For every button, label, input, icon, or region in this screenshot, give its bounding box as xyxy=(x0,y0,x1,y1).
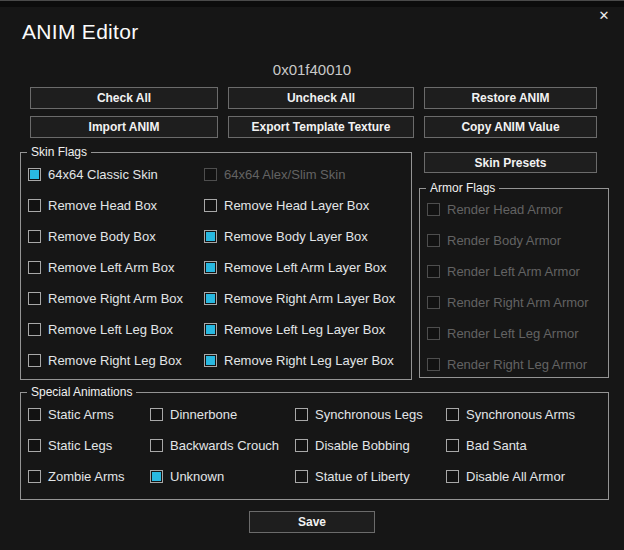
checkbox-static-legs[interactable]: Static Legs xyxy=(28,437,150,453)
checkbox-zombie-arms[interactable]: Zombie Arms xyxy=(28,468,150,484)
checkbox-label: Render Right Arm Armor xyxy=(447,295,589,310)
skin-presets-button[interactable]: Skin Presets xyxy=(424,152,597,173)
checkbox-disable-bobbing[interactable]: Disable Bobbing xyxy=(295,437,446,453)
checkbox-label: 64x64 Classic Skin xyxy=(48,167,158,182)
checkbox-remove-head-layer-box[interactable]: Remove Head Layer Box xyxy=(204,197,405,213)
checkbox-render-right-arm-armor: Render Right Arm Armor xyxy=(427,294,602,310)
checkbox-label: 64x64 Alex/Slim Skin xyxy=(224,167,345,182)
copy-anim-value-button[interactable]: Copy ANIM Value xyxy=(424,116,597,138)
close-icon[interactable]: ✕ xyxy=(594,6,614,26)
checkbox-label: Dinnerbone xyxy=(170,407,237,422)
special-animations-group-title: Special Animations xyxy=(27,385,136,399)
checkbox-label: Remove Right Leg Box xyxy=(48,353,182,368)
special-animations-group: Special Animations Static Arms Dinnerbon… xyxy=(20,392,609,500)
checkbox-box-icon xyxy=(427,358,440,371)
save-button[interactable]: Save xyxy=(249,511,375,533)
check-all-button[interactable]: Check All xyxy=(30,87,218,109)
checkbox-box-icon xyxy=(28,261,41,274)
checkbox-box-icon xyxy=(204,168,217,181)
checkbox-box-icon xyxy=(28,230,41,243)
skin-flags-group-title: Skin Flags xyxy=(27,145,91,159)
checkbox-remove-right-leg-layer-box[interactable]: Remove Right Leg Layer Box xyxy=(204,352,405,368)
checkbox-disable-all-armor[interactable]: Disable All Armor xyxy=(446,468,602,484)
checkbox-box-icon xyxy=(446,408,459,421)
window-top-edge xyxy=(0,0,624,7)
checkbox-label: Render Left Arm Armor xyxy=(447,264,580,279)
checkbox-box-icon xyxy=(150,470,163,483)
checkbox-box-icon xyxy=(204,261,217,274)
checkbox-synchronous-legs[interactable]: Synchronous Legs xyxy=(295,406,446,422)
checkbox-box-icon xyxy=(28,439,41,452)
checkbox-64x64-alex-slim-skin[interactable]: 64x64 Alex/Slim Skin xyxy=(204,166,405,182)
checkbox-render-left-arm-armor: Render Left Arm Armor xyxy=(427,263,602,279)
checkbox-label: Render Body Armor xyxy=(447,233,561,248)
checkbox-label: Remove Right Arm Box xyxy=(48,291,183,306)
checkbox-label: Bad Santa xyxy=(466,438,527,453)
checkbox-box-icon xyxy=(28,323,41,336)
checkbox-render-head-armor: Render Head Armor xyxy=(427,201,602,217)
checkbox-remove-head-box[interactable]: Remove Head Box xyxy=(28,197,204,213)
page-title: ANIM Editor xyxy=(22,20,139,44)
checkbox-render-left-leg-armor: Render Left Leg Armor xyxy=(427,325,602,341)
import-anim-button[interactable]: Import ANIM xyxy=(30,116,218,138)
checkbox-box-icon xyxy=(295,470,308,483)
checkbox-64x64-classic-skin[interactable]: 64x64 Classic Skin xyxy=(28,166,204,182)
checkbox-box-icon xyxy=(150,439,163,452)
checkbox-label: Remove Right Arm Layer Box xyxy=(224,291,395,306)
armor-flags-group-title: Armor Flags xyxy=(426,181,499,195)
checkbox-label: Zombie Arms xyxy=(48,469,125,484)
checkbox-box-icon xyxy=(204,354,217,367)
checkbox-remove-right-arm-box[interactable]: Remove Right Arm Box xyxy=(28,290,204,306)
checkbox-label: Disable All Armor xyxy=(466,469,565,484)
checkbox-box-icon xyxy=(295,408,308,421)
checkbox-box-icon xyxy=(427,265,440,278)
checkbox-box-icon xyxy=(204,323,217,336)
checkbox-remove-left-leg-layer-box[interactable]: Remove Left Leg Layer Box xyxy=(204,321,405,337)
checkbox-label: Static Arms xyxy=(48,407,114,422)
checkbox-remove-body-box[interactable]: Remove Body Box xyxy=(28,228,204,244)
checkbox-label: Synchronous Arms xyxy=(466,407,575,422)
uncheck-all-button[interactable]: Uncheck All xyxy=(228,87,414,109)
checkbox-remove-right-arm-layer-box[interactable]: Remove Right Arm Layer Box xyxy=(204,290,405,306)
checkbox-label: Static Legs xyxy=(48,438,112,453)
checkbox-label: Statue of Liberty xyxy=(315,469,410,484)
checkbox-render-body-armor: Render Body Armor xyxy=(427,232,602,248)
checkbox-label: Remove Body Layer Box xyxy=(224,229,368,244)
checkbox-label: Unknown xyxy=(170,469,224,484)
checkbox-unknown[interactable]: Unknown xyxy=(150,468,295,484)
checkbox-box-icon xyxy=(28,199,41,212)
checkbox-box-icon xyxy=(150,408,163,421)
checkbox-box-icon xyxy=(295,439,308,452)
checkbox-box-icon xyxy=(446,470,459,483)
checkbox-dinnerbone[interactable]: Dinnerbone xyxy=(150,406,295,422)
checkbox-box-icon xyxy=(427,203,440,216)
checkbox-box-icon xyxy=(427,296,440,309)
checkbox-synchronous-arms[interactable]: Synchronous Arms xyxy=(446,406,602,422)
armor-flags-group: Armor Flags Render Head Armor Render Bod… xyxy=(419,188,609,378)
anim-hex-value: 0x01f40010 xyxy=(0,61,624,78)
checkbox-remove-left-arm-box[interactable]: Remove Left Arm Box xyxy=(28,259,204,275)
checkbox-box-icon xyxy=(28,470,41,483)
checkbox-box-icon xyxy=(28,408,41,421)
checkbox-label: Render Head Armor xyxy=(447,202,563,217)
checkbox-remove-right-leg-box[interactable]: Remove Right Leg Box xyxy=(28,352,204,368)
checkbox-label: Remove Left Leg Box xyxy=(48,322,173,337)
checkbox-bad-santa[interactable]: Bad Santa xyxy=(446,437,602,453)
checkbox-label: Remove Left Leg Layer Box xyxy=(224,322,385,337)
checkbox-label: Disable Bobbing xyxy=(315,438,410,453)
checkbox-box-icon xyxy=(28,168,41,181)
checkbox-remove-left-arm-layer-box[interactable]: Remove Left Arm Layer Box xyxy=(204,259,405,275)
checkbox-remove-left-leg-box[interactable]: Remove Left Leg Box xyxy=(28,321,204,337)
checkbox-box-icon xyxy=(204,199,217,212)
checkbox-box-icon xyxy=(427,327,440,340)
checkbox-static-arms[interactable]: Static Arms xyxy=(28,406,150,422)
checkbox-render-right-leg-armor: Render Right Leg Armor xyxy=(427,356,602,372)
export-template-texture-button[interactable]: Export Template Texture xyxy=(228,116,414,138)
checkbox-statue-of-liberty[interactable]: Statue of Liberty xyxy=(295,468,446,484)
checkbox-label: Synchronous Legs xyxy=(315,407,423,422)
restore-anim-button[interactable]: Restore ANIM xyxy=(424,87,597,109)
checkbox-backwards-crouch[interactable]: Backwards Crouch xyxy=(150,437,295,453)
checkbox-label: Remove Body Box xyxy=(48,229,156,244)
checkbox-label: Render Right Leg Armor xyxy=(447,357,587,372)
checkbox-remove-body-layer-box[interactable]: Remove Body Layer Box xyxy=(204,228,405,244)
